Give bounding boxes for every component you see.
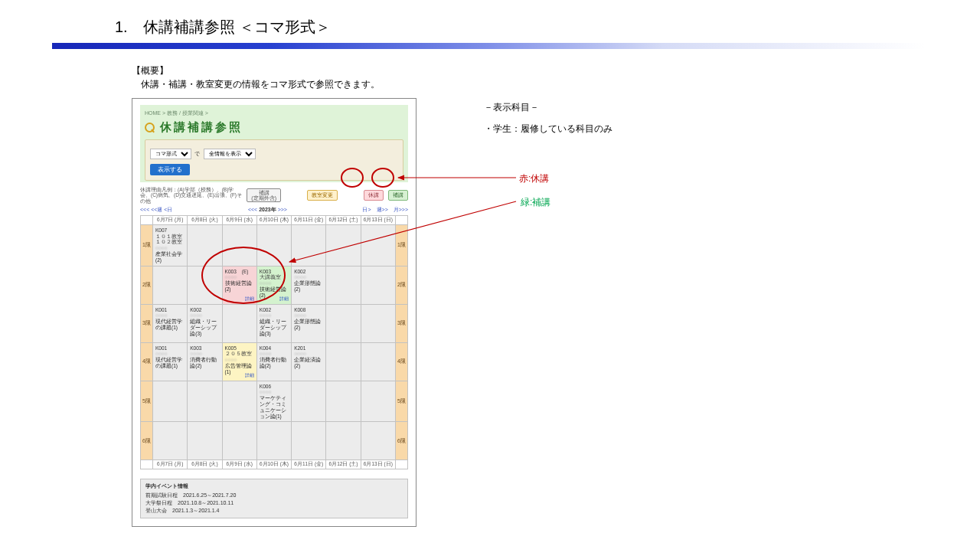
course-name: 企業経済論(2)	[294, 357, 323, 369]
period-label: 5限	[396, 381, 408, 422]
day-header: 6月7日 (月)	[153, 215, 188, 224]
period-label: 2限	[396, 266, 408, 304]
timetable-cell[interactable]: K006 ○○○○ マーケティング・コミュニケーション論(1)	[256, 381, 291, 422]
day-header: 6月11日 (金)	[292, 215, 326, 224]
period-label: 3限	[141, 304, 153, 342]
format-select[interactable]: コマ形式	[150, 149, 191, 159]
chip-roomchange: 教室変更	[307, 190, 338, 201]
timetable-cell[interactable]: K201 ○○○○ 企業経済論(2)	[292, 342, 326, 381]
blurred-text: ○○○○	[260, 280, 289, 286]
blurred-text: ○○○○	[155, 312, 185, 319]
detail-link[interactable]: 詳細	[245, 296, 254, 302]
timetable-cell[interactable]: K002 ○○○○ 組織・リーダーシップ論(3)	[256, 304, 291, 342]
timetable-cell-cancel[interactable]: K003 (E) ○○○○ 技術経営論(2) 詳細	[222, 266, 256, 304]
course-room: １０１教室 １０２教室	[155, 234, 185, 246]
blurred-text: ○○○○	[190, 312, 219, 319]
summary-text: 休講・補講・教室変更の情報をコマ形式で参照できます。	[141, 78, 380, 91]
year-prev[interactable]: <<<	[248, 207, 257, 212]
course-code: K005	[225, 345, 254, 352]
course-name: 組織・リーダーシップ論(3)	[190, 319, 219, 336]
blurred-text: ○○○○	[294, 351, 323, 357]
day-footer: 6月7日 (月)	[153, 460, 188, 469]
display-button[interactable]: 表示する	[150, 164, 190, 175]
day-footer: 6月9日 (水)	[222, 460, 256, 469]
page-title: 休講補講参照	[160, 120, 243, 135]
timetable-cell-roomchange[interactable]: K005 ２０５教室 ○○○○ 広告管理論(1) 詳細	[222, 342, 256, 381]
detail-link[interactable]: 詳細	[279, 296, 289, 302]
period-label: 1限	[396, 224, 408, 266]
day-footer: 6月8日 (火)	[188, 460, 222, 469]
course-name: 企業形態論(2)	[294, 319, 323, 331]
timetable-cell[interactable]: K004 ○○○○ 消費者行動論(2)	[256, 342, 291, 381]
course-name: 技術経営論(2)	[225, 280, 254, 293]
blurred-text: ○○○○	[294, 274, 323, 280]
course-name: マーケティング・コミュニケーション論(1)	[260, 395, 289, 419]
blurred-text: ○○○○	[225, 357, 254, 363]
blurred-text: ○○○○	[190, 351, 219, 357]
timetable-cell[interactable]: K007 １０１教室 １０２教室 ○○○○ 産業社会学(2)	[153, 224, 188, 266]
info-select[interactable]: 全情報を表示	[204, 149, 256, 159]
blurred-text: ○○○○	[155, 245, 185, 251]
display-subject-body: ・学生：履修している科目のみ	[484, 123, 612, 136]
period-label: 4限	[396, 342, 408, 381]
event-row: 登山大会 2021.1.3～2021.1.4	[145, 507, 403, 515]
summary-label: 【概要】	[132, 64, 168, 77]
day-footer: 6月12日 (土)	[326, 460, 361, 469]
day-header: 6月10日 (木)	[256, 215, 291, 224]
timetable-cell-supplement[interactable]: K003 大講義室 ○○○○ 技術経営論(2) 詳細	[256, 266, 291, 304]
period-label: 5限	[141, 381, 153, 422]
period-label: 1限	[141, 224, 153, 266]
day-header: 6月8日 (火)	[188, 215, 222, 224]
blurred-text: ○○○○	[260, 312, 289, 319]
event-row: 前期試験日程 2021.6.25～2021.7.20	[145, 492, 403, 499]
timetable-header-row: 6月7日 (月) 6月8日 (火) 6月9日 (水) 6月10日 (木) 6月1…	[141, 215, 408, 224]
heading-bar	[52, 43, 925, 49]
course-name: 現代経営学の課題(1)	[155, 357, 185, 369]
legend-text: 休講理由凡例：(A)学部（校務）、(B)学会、(C)病気、(D)交通遅延、(E)…	[140, 187, 242, 204]
day-footer: 6月10日 (木)	[256, 460, 291, 469]
timetable-cell[interactable]: K002 ○○○○ 企業形態論(2)	[292, 266, 326, 304]
blurred-text: ○○○○	[260, 389, 289, 395]
course-name: 現代経営学の課題(1)	[155, 319, 185, 331]
day-footer: 6月11日 (金)	[292, 460, 326, 469]
period-label: 4限	[141, 342, 153, 381]
week-prev[interactable]: <<< <<週 <日	[140, 206, 172, 214]
chip-supplement: 補講	[388, 190, 408, 201]
day-header: 6月13日 (日)	[361, 215, 395, 224]
year-label: 2023年	[259, 207, 276, 212]
timetable-cell[interactable]: K002 ○○○○ 組織・リーダーシップ論(3)	[188, 304, 222, 342]
timetable-cell[interactable]: K008 ○○○○ 企業形態論(2)	[292, 304, 326, 342]
day-header: 6月12日 (土)	[326, 215, 361, 224]
timetable-cell[interactable]: K003 ○○○○ 消費者行動論(2)	[188, 342, 222, 381]
period-label: 2限	[141, 266, 153, 304]
filter-joiner: で	[194, 151, 200, 156]
events-title: 学内イベント情報	[145, 482, 403, 490]
week-nav: <<< <<週 <日 <<< 2023年 >>> 日> 週>> 月>>>	[140, 206, 408, 214]
course-code: K003	[260, 269, 289, 275]
legend-red-label: 赤:休講	[519, 172, 549, 185]
day-footer: 6月13日 (日)	[361, 460, 395, 469]
legend-green-label: 緑:補講	[521, 196, 550, 209]
timetable: 6月7日 (月) 6月8日 (火) 6月9日 (水) 6月10日 (木) 6月1…	[140, 215, 408, 470]
header-area: HOME > 教務 / 授業関連 > 休講補講参照 コマ形式 で 全情報を表示 …	[140, 105, 408, 182]
period-label: 6限	[396, 422, 408, 460]
chip-cancel: 休講	[364, 190, 384, 201]
year-next[interactable]: >>>	[278, 207, 287, 212]
course-name: 組織・リーダーシップ論(3)	[260, 319, 289, 336]
period-label: 6限	[141, 422, 153, 460]
filter-panel: コマ形式 で 全情報を表示 表示する	[145, 139, 403, 181]
blurred-text: ○○○○	[260, 351, 289, 357]
course-name: 産業社会学(2)	[155, 251, 185, 263]
detail-link[interactable]: 詳細	[245, 373, 254, 378]
breadcrumb: HOME > 教務 / 授業関連 >	[145, 110, 403, 117]
week-next[interactable]: 日> 週>> 月>>>	[362, 206, 408, 214]
course-code: K007	[155, 227, 185, 234]
timetable-cell[interactable]: K001 ○○○○ 現代経営学の課題(1)	[153, 342, 188, 381]
display-subject-title: －表示科目－	[484, 101, 539, 114]
blurred-text: ○○○○	[294, 312, 323, 319]
page-heading: 1. 休講補講参照 ＜コマ形式＞	[115, 17, 331, 38]
campus-events: 学内イベント情報 前期試験日程 2021.6.25～2021.7.20 大学祭日…	[140, 479, 408, 518]
event-row: 大学祭日程 2021.10.8～2021.10.11	[145, 499, 403, 507]
timetable-cell[interactable]: K001 ○○○○ 現代経営学の課題(1)	[153, 304, 188, 342]
chip-makeup: 補講 (定期外含)	[247, 188, 281, 202]
